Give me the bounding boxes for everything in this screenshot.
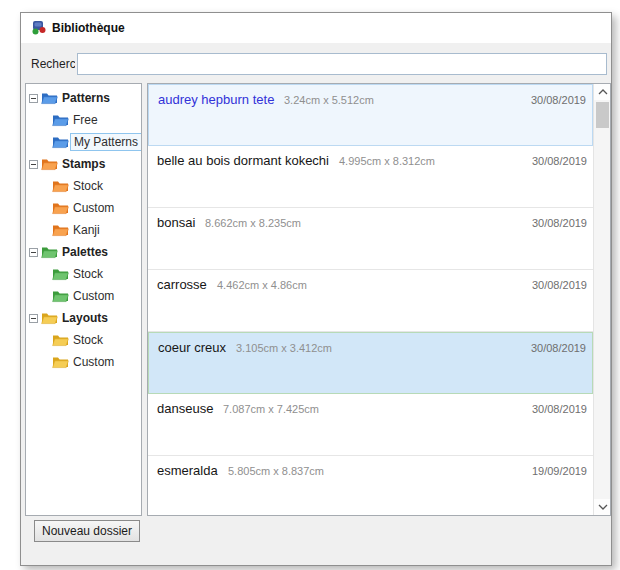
folder-icon bbox=[52, 223, 69, 237]
collapse-icon[interactable] bbox=[29, 94, 38, 103]
item-dimensions: 5.805cm x 8.837cm bbox=[228, 465, 324, 477]
list-item-esmeralda[interactable]: esmeralda 5.805cm x 8.837cm 19/09/2019 bbox=[148, 456, 593, 515]
tree-group-label: Palettes bbox=[62, 245, 108, 259]
folder-icon bbox=[52, 135, 69, 149]
tree-child-label: Kanji bbox=[73, 223, 100, 237]
app-icon bbox=[30, 20, 46, 36]
item-dimensions: 3.105cm x 3.412cm bbox=[236, 342, 332, 354]
new-folder-button[interactable]: Nouveau dossier bbox=[34, 520, 140, 542]
item-name: danseuse bbox=[157, 401, 213, 416]
tree-group: Palettes Stock Custom bbox=[26, 241, 141, 307]
tree-child-label: Stock bbox=[73, 333, 103, 347]
list-item-belle-au-bois-dormant-kokechi[interactable]: belle au bois dormant kokechi 4.995cm x … bbox=[148, 146, 593, 208]
folder-icon bbox=[52, 355, 69, 369]
folder-icon bbox=[52, 289, 69, 303]
folder-icon bbox=[41, 245, 58, 259]
tree-group-label: Layouts bbox=[62, 311, 108, 325]
folder-icon bbox=[41, 311, 58, 325]
item-date: 30/08/2019 bbox=[532, 155, 587, 167]
tree-group: Patterns Free My Patterns bbox=[26, 87, 141, 153]
item-date: 30/08/2019 bbox=[532, 403, 587, 415]
tree-child-label: Stock bbox=[73, 179, 103, 193]
sidebar-item-patterns[interactable]: Patterns bbox=[26, 87, 141, 109]
folder-icon bbox=[52, 179, 69, 193]
sidebar-item-custom[interactable]: Custom bbox=[26, 285, 141, 307]
item-name: carrosse bbox=[157, 277, 207, 292]
sidebar-item-palettes[interactable]: Palettes bbox=[26, 241, 141, 263]
item-name: bonsai bbox=[157, 215, 195, 230]
list-item-audrey-hepburn-tete[interactable]: audrey hepburn tete 3.24cm x 5.512cm 30/… bbox=[148, 84, 593, 146]
list-item-bonsai[interactable]: bonsai 8.662cm x 8.235cm 30/08/2019 bbox=[148, 208, 593, 270]
titlebar: Bibliothèque bbox=[21, 13, 611, 43]
item-date: 30/08/2019 bbox=[531, 342, 586, 354]
item-date: 19/09/2019 bbox=[532, 465, 587, 477]
sidebar-item-custom[interactable]: Custom bbox=[26, 197, 141, 219]
tree-child-label: My Patterns bbox=[70, 133, 142, 151]
item-date: 30/08/2019 bbox=[532, 217, 587, 229]
sidebar-item-stock[interactable]: Stock bbox=[26, 175, 141, 197]
search-label: Recherc bbox=[31, 57, 75, 71]
sidebar-item-my-patterns[interactable]: My Patterns bbox=[26, 131, 141, 153]
item-dimensions: 4.462cm x 4.86cm bbox=[217, 279, 307, 291]
window-title: Bibliothèque bbox=[52, 21, 125, 35]
list-item-carrosse[interactable]: carrosse 4.462cm x 4.86cm 30/08/2019 bbox=[148, 270, 593, 332]
sidebar-item-stock[interactable]: Stock bbox=[26, 263, 141, 285]
tree-group-label: Patterns bbox=[62, 91, 110, 105]
item-dimensions: 3.24cm x 5.512cm bbox=[284, 94, 374, 106]
item-dimensions: 8.662cm x 8.235cm bbox=[205, 217, 301, 229]
item-date: 30/08/2019 bbox=[532, 279, 587, 291]
folder-icon bbox=[41, 157, 58, 171]
folder-tree: Patterns Free My Patterns Stamps bbox=[25, 83, 142, 516]
sidebar-item-custom[interactable]: Custom bbox=[26, 351, 141, 373]
sidebar-item-layouts[interactable]: Layouts bbox=[26, 307, 141, 329]
sidebar-item-kanji[interactable]: Kanji bbox=[26, 219, 141, 241]
collapse-icon[interactable] bbox=[29, 160, 38, 169]
item-name: coeur creux bbox=[158, 340, 226, 355]
scrollbar-thumb[interactable] bbox=[596, 102, 609, 128]
item-name: esmeralda bbox=[157, 463, 218, 478]
list-item-danseuse[interactable]: danseuse 7.087cm x 7.425cm 30/08/2019 bbox=[148, 394, 593, 456]
tree-child-label: Custom bbox=[73, 201, 114, 215]
sidebar-item-stamps[interactable]: Stamps bbox=[26, 153, 141, 175]
scrollbar[interactable] bbox=[593, 84, 610, 515]
tree-group: Layouts Stock Custom bbox=[26, 307, 141, 373]
collapse-icon[interactable] bbox=[29, 314, 38, 323]
search-input[interactable] bbox=[77, 53, 607, 75]
pattern-list: audrey hepburn tete 3.24cm x 5.512cm 30/… bbox=[148, 84, 593, 515]
folder-icon bbox=[52, 113, 69, 127]
collapse-icon[interactable] bbox=[29, 248, 38, 257]
tree-group-label: Stamps bbox=[62, 157, 105, 171]
tree-child-label: Stock bbox=[73, 267, 103, 281]
scroll-up-arrow-icon[interactable] bbox=[594, 84, 611, 100]
item-date: 30/08/2019 bbox=[531, 94, 586, 106]
folder-icon bbox=[52, 267, 69, 281]
item-name: audrey hepburn tete bbox=[158, 92, 274, 107]
item-name: belle au bois dormant kokechi bbox=[157, 153, 329, 168]
item-dimensions: 7.087cm x 7.425cm bbox=[223, 403, 319, 415]
library-window: Bibliothèque Recherc Patterns Free My Pa… bbox=[20, 12, 612, 566]
tree-child-label: Custom bbox=[73, 355, 114, 369]
item-dimensions: 4.995cm x 8.312cm bbox=[339, 155, 435, 167]
sidebar-item-free[interactable]: Free bbox=[26, 109, 141, 131]
tree-child-label: Custom bbox=[73, 289, 114, 303]
sidebar-item-stock[interactable]: Stock bbox=[26, 329, 141, 351]
folder-icon bbox=[52, 201, 69, 215]
tree-child-label: Free bbox=[73, 113, 98, 127]
scroll-down-arrow-icon[interactable] bbox=[594, 499, 611, 515]
folder-icon bbox=[41, 91, 58, 105]
pattern-list-panel: audrey hepburn tete 3.24cm x 5.512cm 30/… bbox=[147, 83, 611, 516]
tree-group: Stamps Stock Custom Kanji bbox=[26, 153, 141, 241]
list-item-coeur-creux[interactable]: coeur creux 3.105cm x 3.412cm 30/08/2019 bbox=[148, 332, 593, 394]
folder-icon bbox=[52, 333, 69, 347]
